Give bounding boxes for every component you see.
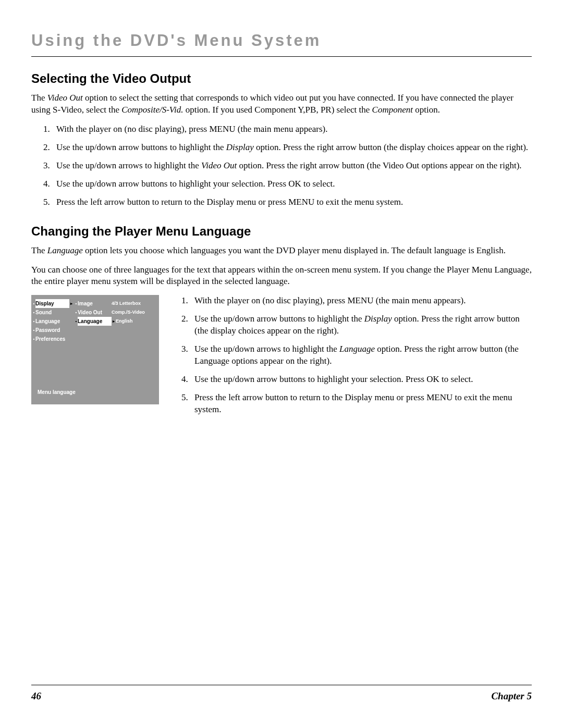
arrow-icon	[69, 317, 74, 326]
menu-item-compsvideo: Comp./S-Video	[112, 308, 158, 317]
text: option. If you used Component Y,PB, PR) …	[183, 105, 372, 115]
text-italic: Video Out	[201, 161, 237, 170]
page-footer: 46 Chapter 5	[31, 685, 532, 702]
menu-item-videoout: Video Out	[78, 308, 112, 317]
text-italic: Display	[226, 142, 254, 152]
section2-intro: The Language option lets you choose whic…	[31, 245, 532, 257]
step: With the player on (no disc playing), pr…	[52, 124, 532, 135]
section1-steps: With the player on (no disc playing), pr…	[52, 124, 532, 208]
text: Use the up/down arrows to highlight the	[194, 344, 339, 354]
title-rule	[31, 56, 532, 57]
arrow-icon: ▸	[69, 299, 74, 308]
menu-item-image: Image	[78, 299, 112, 308]
page-title: Using the DVD's Menu System	[31, 31, 532, 50]
text: The	[31, 93, 47, 103]
menu-item-password: Password	[35, 326, 69, 335]
text: option. Press the right arrow button (th…	[237, 161, 521, 170]
step: Use the up/down arrow buttons to highlig…	[190, 313, 532, 337]
section1-intro: The Video Out option to select the setti…	[31, 92, 532, 116]
text: Use the up/down arrows to highlight the	[56, 161, 201, 170]
bullet-icon: •	[74, 308, 78, 317]
menu-item-preferences: Preferences	[35, 335, 69, 343]
step: Press the left arrow button to return to…	[52, 196, 532, 208]
page-number: 46	[31, 690, 41, 702]
text: option lets you choose which languages y…	[83, 245, 506, 255]
text-italic: Language	[47, 245, 83, 255]
text: option. Press the right arrow button (th…	[254, 142, 528, 152]
menu-item-sound: Sound	[35, 308, 69, 317]
section1-heading: Selecting the Video Output	[31, 71, 532, 86]
text-italic: Language	[339, 344, 375, 354]
step: Use the up/down arrows to highlight the …	[190, 343, 532, 367]
text-italic: Composite/S-Vid.	[121, 105, 183, 115]
bullet-icon: •	[31, 335, 35, 343]
menu-item-language: Language	[35, 317, 69, 326]
menu-item-display: Display	[35, 299, 69, 308]
menu-item-language2: Language	[78, 317, 112, 326]
bullet-icon: •	[74, 317, 78, 326]
section2-heading: Changing the Player Menu Language	[31, 224, 532, 239]
bullet-icon: •	[31, 326, 35, 335]
menu-item-english: English	[116, 317, 157, 326]
step: Use the up/down arrow buttons to highlig…	[190, 374, 532, 386]
text: Use the up/down arrow buttons to highlig…	[56, 142, 226, 152]
section2-para2: You can choose one of three languages fo…	[31, 264, 532, 288]
text-italic: Video Out	[47, 93, 83, 103]
menu-label: Menu language	[38, 389, 76, 395]
menu-item-letterbox: 4/3 Letterbox	[112, 299, 158, 308]
text-italic: Component	[372, 105, 413, 115]
section2-steps: With the player on (no disc playing), pr…	[190, 295, 532, 416]
bullet-icon: •	[31, 308, 35, 317]
text: option.	[413, 105, 440, 115]
menu-diagram: • Display ▸ • Image 4/3 Letterbox • Soun…	[31, 295, 159, 404]
step: Press the left arrow button to return to…	[190, 392, 532, 416]
step: Use the up/down arrows to highlight the …	[52, 160, 532, 172]
text: Use the up/down arrow buttons to highlig…	[194, 314, 364, 324]
bullet-icon: •	[74, 299, 78, 308]
bullet-icon: •	[31, 317, 35, 326]
text: The	[31, 245, 47, 255]
text-italic: Display	[364, 314, 392, 324]
bullet-icon: •	[31, 299, 35, 308]
arrow-icon	[69, 308, 74, 317]
chapter-label: Chapter 5	[491, 690, 532, 702]
step: Use the up/down arrow buttons to highlig…	[52, 142, 532, 154]
step: Use the up/down arrow buttons to highlig…	[52, 178, 532, 190]
arrow-icon: ▸	[112, 317, 116, 326]
step: With the player on (no disc playing), pr…	[190, 295, 532, 307]
